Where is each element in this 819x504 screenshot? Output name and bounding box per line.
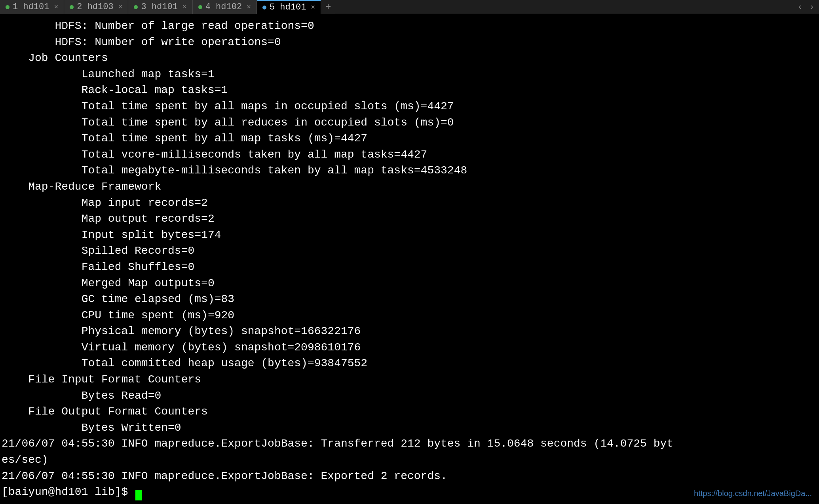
tab-close-4[interactable]: × [247,3,251,11]
tab-close-3[interactable]: × [182,3,187,11]
tab-label-4: 4 hd102 [205,2,242,12]
tab-1[interactable]: 1 hd101× [0,0,64,14]
tab-dot-3 [134,5,138,9]
terminal-line-13: Input split bytes=174 [2,227,817,243]
tab-bar: 1 hd101×2 hd103×3 hd101×4 hd102×5 hd101×… [0,0,819,14]
terminal-line-18: CPU time spent (ms)=920 [2,308,817,324]
terminal-line-5: Total time spent by all maps in occupied… [2,99,817,115]
tab-5[interactable]: 5 hd101× [257,0,321,14]
terminal-line-24: File Output Format Counters [2,404,817,420]
terminal-line-15: Failed Shuffles=0 [2,259,817,276]
tab-dot-2 [70,5,74,9]
terminal-line-22: File Input Format Counters [2,372,817,388]
new-tab-button[interactable]: + [321,0,335,14]
tab-nav-right-button[interactable]: › [806,1,817,13]
tab-label-3: 3 hd101 [141,2,177,12]
terminal-line-6: Total time spent by all reduces in occup… [2,115,817,131]
terminal-line-7: Total time spent by all map tasks (ms)=4… [2,131,817,147]
watermark: https://blog.csdn.net/JavaBigDa... [694,488,812,499]
terminal-line-12: Map output records=2 [2,211,817,227]
terminal[interactable]: HDFS: Number of large read operations=0 … [0,14,819,504]
tab-label-2: 2 hd103 [77,2,113,12]
terminal-line-28: 21/06/07 04:55:30 INFO mapreduce.ExportJ… [2,468,817,485]
tab-dot-4 [198,5,202,9]
tab-label-5: 5 hd101 [270,2,306,12]
terminal-line-14: Spilled Records=0 [2,243,817,259]
terminal-line-26: 21/06/07 04:55:30 INFO mapreduce.ExportJ… [2,436,817,452]
terminal-line-19: Physical memory (bytes) snapshot=1663221… [2,323,817,340]
terminal-line-16: Merged Map outputs=0 [2,276,817,292]
tab-nav-left-button[interactable]: ‹ [794,1,806,13]
terminal-cursor [135,490,142,500]
tab-nav: ‹ › [794,1,819,13]
tab-3[interactable]: 3 hd101× [128,0,192,14]
terminal-line-25: Bytes Written=0 [2,420,817,436]
terminal-line-27: es/sec) [2,452,817,468]
tab-dot-1 [6,5,10,9]
terminal-line-20: Virtual memory (bytes) snapshot=20986101… [2,340,817,356]
tab-close-2[interactable]: × [118,3,123,11]
tab-2[interactable]: 2 hd103× [64,0,128,14]
terminal-line-9: Total megabyte-milliseconds taken by all… [2,163,817,179]
terminal-line-8: Total vcore-milliseconds taken by all ma… [2,147,817,163]
terminal-line-10: Map-Reduce Framework [2,179,817,195]
terminal-line-11: Map input records=2 [2,195,817,211]
tab-4[interactable]: 4 hd102× [193,0,257,14]
terminal-line-3: Launched map tasks=1 [2,67,817,83]
terminal-line-4: Rack-local map tasks=1 [2,82,817,99]
terminal-line-17: GC time elapsed (ms)=83 [2,291,817,308]
terminal-line-2: Job Counters [2,50,817,67]
tab-dot-5 [262,6,266,10]
tab-close-1[interactable]: × [54,3,58,11]
terminal-line-1: HDFS: Number of write operations=0 [2,34,817,51]
terminal-line-0: HDFS: Number of large read operations=0 [2,18,817,34]
tab-label-1: 1 hd101 [13,2,49,12]
tab-close-5[interactable]: × [311,4,315,11]
terminal-line-23: Bytes Read=0 [2,388,817,404]
terminal-line-21: Total committed heap usage (bytes)=93847… [2,356,817,372]
